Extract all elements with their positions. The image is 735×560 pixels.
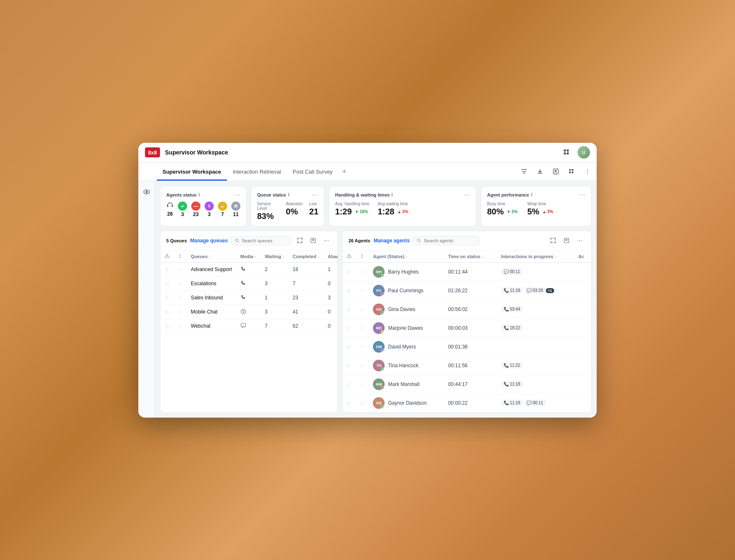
th-media: Media ↕	[236, 251, 261, 263]
svg-point-14	[235, 239, 238, 241]
table-row: ⚠ ☆ TH Tina Hancock 00:11:56 📞 11:22	[342, 356, 591, 375]
agent-star-cell[interactable]: ☆	[356, 337, 369, 356]
agent-performance-info-icon[interactable]: ℹ	[531, 192, 532, 197]
grid-icon[interactable]	[566, 166, 578, 177]
agent-star-cell[interactable]: ☆	[356, 300, 369, 319]
agent-search-box[interactable]	[413, 236, 480, 245]
table-row: ⚠ ☆ GD Gina Davies 00:56:02 📞 03:44	[342, 300, 591, 319]
agent-star-cell[interactable]: ☆	[356, 281, 369, 300]
star-cell[interactable]: ☆	[174, 262, 187, 276]
agents-export-icon[interactable]	[561, 235, 572, 246]
agent-warn-cell: ⚠	[342, 393, 356, 412]
wrap-time-value: 5% ▲ 3%	[527, 207, 554, 217]
extra-badge: +1	[546, 288, 554, 293]
download-icon[interactable]	[534, 166, 546, 177]
agents-more-icon[interactable]: ⋯	[575, 235, 585, 246]
add-tab-button[interactable]: +	[338, 166, 350, 177]
abandoned-cell: 0	[324, 319, 338, 333]
queues-tbody: ⚠ ☆ Advanced Support 2 18 1 ⚠ ☆ Escalati…	[160, 262, 338, 333]
wrap-time-metric: Wrap time 5% ▲ 3%	[527, 202, 554, 217]
agent-avatar: MD	[373, 322, 385, 334]
agent-star-cell[interactable]: ☆	[356, 356, 369, 375]
handling-times-more[interactable]: ⋯	[464, 192, 470, 198]
offline-status-item: 11	[231, 202, 240, 217]
warn-cell: ⚠	[160, 291, 174, 305]
filter-icon[interactable]	[518, 166, 530, 177]
completed-cell: 62	[288, 319, 323, 333]
more-icon[interactable]: ⋮	[582, 166, 593, 177]
th-agent-name: Agent (Status) ↕	[369, 251, 444, 263]
star-cell[interactable]: ☆	[174, 319, 187, 333]
th-agent-sort	[356, 251, 369, 263]
agents-status-more[interactable]: ⋯	[234, 192, 240, 198]
table-row: ⚠ ☆ Webchat 7 62 0	[160, 319, 338, 333]
agent-performance-more[interactable]: ⋯	[579, 192, 585, 198]
user-avatar[interactable]: U	[578, 146, 590, 159]
agents-status-info-icon[interactable]: ℹ	[198, 192, 200, 197]
handling-metrics: Avg. handling time 1:29 ▼ 18% Avg waitin…	[335, 202, 470, 217]
abandoned-cell: 3	[324, 291, 338, 305]
agent-star-cell[interactable]: ☆	[356, 375, 369, 393]
queues-more-icon[interactable]: ⋯	[321, 235, 332, 246]
manage-queues-link[interactable]: Manage queues	[190, 238, 228, 244]
manage-agents-link[interactable]: Manage agents	[374, 238, 410, 244]
abandoned-cell: 1	[324, 262, 338, 276]
avg-handling-metric: Avg. handling time 1:29 ▼ 18%	[335, 202, 369, 217]
agent-name: Mark Marshall	[388, 381, 419, 387]
agents-expand-icon[interactable]	[548, 235, 559, 246]
agent-star-cell[interactable]: ☆	[356, 319, 369, 337]
queues-card-header: 5 Queues Manage queues	[160, 231, 338, 251]
tab-post-call-survey[interactable]: Post Call Survey	[287, 162, 338, 181]
queues-table: Queues ↕ Media ↕ Waiting ↓ Completed ↓ A…	[160, 251, 338, 334]
agent-warn-cell: ⚠	[342, 300, 356, 319]
queue-search-box[interactable]	[231, 236, 291, 245]
agent-name: Gina Davies	[388, 306, 415, 312]
agent-star-cell[interactable]: ☆	[356, 262, 369, 281]
tab-supervisor-workspace[interactable]: Supervisor Workspace	[157, 162, 227, 181]
stats-row: Agents status ℹ ⋯ 26	[160, 186, 592, 226]
th-agent-alert	[342, 251, 356, 263]
headphone-icon	[166, 202, 174, 210]
queue-status-info-icon[interactable]: ℹ	[288, 192, 290, 197]
apps-icon[interactable]	[561, 147, 572, 158]
queue-status-more[interactable]: ⋯	[312, 192, 318, 198]
agent-name: Barry Hughes	[388, 269, 418, 275]
svg-rect-3	[567, 152, 569, 154]
tab-interaction-retrieval[interactable]: Interaction Retrieval	[227, 162, 287, 181]
agent-search-input[interactable]	[424, 238, 476, 243]
waiting-cell: 3	[260, 276, 288, 291]
title-bar: 8x8 Supervisor Workspace U	[138, 143, 597, 163]
star-cell[interactable]: ☆	[174, 305, 187, 319]
agents-count-title: 26 Agents	[348, 238, 370, 243]
export-icon[interactable]	[550, 166, 562, 177]
star-cell[interactable]: ☆	[174, 276, 187, 291]
agent-name-cell: BH Barry Hughes	[369, 262, 444, 281]
interaction-badge: 📞 11:18	[501, 381, 523, 387]
avg-handling-trend: ▼ 18%	[353, 209, 369, 214]
star-cell[interactable]: ☆	[174, 291, 187, 305]
time-on-status-cell: 00:11:44	[444, 262, 497, 281]
queue-name-cell: Advanced Support	[187, 262, 236, 276]
agent-avatar: DM	[373, 341, 385, 353]
waiting-cell: 1	[260, 291, 288, 305]
eye-icon[interactable]	[140, 185, 153, 199]
queues-expand-icon[interactable]	[294, 235, 305, 246]
agent-name-cell: GD Gina Davies	[369, 300, 444, 319]
time-on-status-cell: 01:26:22	[444, 281, 497, 300]
queues-export-icon[interactable]	[308, 235, 318, 246]
agent-warn-cell: ⚠	[342, 319, 356, 337]
queues-card: 5 Queues Manage queues	[160, 231, 338, 413]
avg-waiting-trend: ▲ 3%	[396, 209, 409, 214]
agent-star-cell[interactable]: ☆	[356, 393, 369, 412]
svg-point-16	[241, 309, 245, 314]
available-dot	[178, 202, 187, 211]
agent-performance-card: Agent performance ℹ ⋯ Busy time 80% ▼ 5%	[481, 186, 592, 226]
svg-rect-0	[564, 149, 566, 152]
agent-search-icon	[417, 238, 421, 243]
svg-rect-12	[172, 205, 173, 207]
handling-times-info-icon[interactable]: ℹ	[391, 192, 393, 197]
status-headphone-item: 26	[166, 202, 174, 217]
queue-search-input[interactable]	[242, 238, 287, 243]
svg-point-10	[145, 191, 148, 193]
table-row: ⚠ ☆ Mobile Chat 3 41 0	[160, 305, 338, 319]
